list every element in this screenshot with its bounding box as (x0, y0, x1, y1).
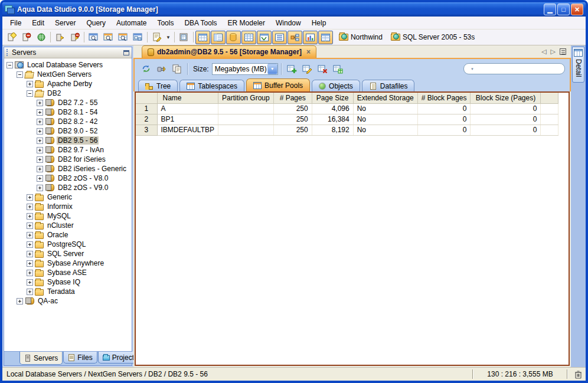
scroll-tabs-right-icon[interactable]: ▷ (551, 48, 556, 55)
subtab-datafiles[interactable]: Datafiles (362, 80, 415, 91)
edit-bufferpool-button[interactable] (300, 62, 315, 76)
unregister-server-button[interactable] (19, 31, 34, 44)
table-data-button[interactable] (34, 31, 48, 44)
expand-icon[interactable] (37, 138, 43, 144)
column-header-pages[interactable]: # Pages (273, 93, 312, 103)
cell-block-size[interactable]: 0 (471, 114, 541, 125)
expand-icon[interactable] (27, 81, 33, 87)
cell-page-size[interactable]: 4,096 (312, 103, 353, 114)
tree-item-generic[interactable]: Generic (5, 192, 132, 202)
cell-name[interactable]: IBMDEFAULTBP (157, 125, 218, 135)
cell-block-pages[interactable]: 0 (417, 114, 471, 125)
pivot-view-toggle[interactable] (257, 31, 272, 44)
menu-dba-tools[interactable]: DBA Tools (179, 18, 222, 28)
expand-icon[interactable] (27, 241, 33, 248)
summary-view-toggle[interactable] (318, 31, 333, 44)
expand-icon[interactable] (27, 251, 33, 257)
menu-window[interactable]: Window (270, 18, 306, 28)
open-script-button[interactable] (149, 31, 164, 44)
column-header-extended-storage[interactable]: Extended Storage (353, 93, 417, 103)
document-tab-close-icon[interactable]: × (305, 48, 311, 56)
grid-view-toggle[interactable] (241, 31, 256, 44)
tree-item-nextgen-servers[interactable]: NextGen Servers (5, 70, 132, 79)
tab-servers[interactable]: Servers (19, 352, 63, 365)
menu-file[interactable]: File (5, 18, 27, 28)
search-box[interactable]: ▼ (463, 63, 565, 74)
expand-icon[interactable] (27, 232, 33, 238)
detail-panel-tab[interactable]: Detail (572, 47, 584, 83)
disconnect-server-button[interactable] (67, 31, 82, 44)
tree-item-db2-82-42[interactable]: DB2 8.2 - 42 (5, 117, 132, 126)
subtab-objects[interactable]: Objects (312, 80, 360, 91)
expand-icon[interactable] (27, 194, 33, 201)
add-bufferpool-button[interactable] (285, 62, 300, 76)
cell-extended-storage[interactable]: No (353, 125, 417, 135)
expand-icon[interactable] (37, 100, 43, 106)
column-header-name[interactable]: Name (157, 93, 218, 103)
connect-server-button[interactable] (53, 31, 67, 44)
expand-icon[interactable] (37, 119, 43, 125)
menu-er-modeler[interactable]: ER Modeler (223, 18, 270, 28)
cell-extended-storage[interactable]: No (353, 114, 417, 125)
query-grid-button[interactable] (116, 31, 130, 44)
expand-icon[interactable] (37, 147, 43, 153)
table-row[interactable]: 3 IBMDEFAULTBP 250 8,192 No 0 0 (136, 125, 558, 135)
tree-item-db2-90-52[interactable]: DB2 9.0 - 52 (5, 126, 132, 136)
menu-tools[interactable]: Tools (152, 18, 179, 28)
expand-icon[interactable] (27, 213, 33, 220)
tree-item-db2-zos-v80[interactable]: DB2 zOS - V8.0 (5, 174, 132, 183)
tree-item-postgresql[interactable]: PostgreSQL (5, 240, 132, 249)
collapse-icon[interactable] (6, 62, 13, 68)
tree-item-local-database-servers[interactable]: Local Database Servers (5, 60, 132, 70)
tab-list-icon[interactable] (560, 48, 566, 55)
tree-item-teradata[interactable]: Teradata (5, 287, 132, 296)
query-browser-button[interactable] (101, 31, 116, 44)
tree-item-sql-server[interactable]: SQL Server (5, 249, 132, 258)
cell-pages[interactable]: 250 (273, 125, 312, 135)
cell-partition-group[interactable] (218, 103, 273, 114)
scroll-tabs-left-icon[interactable]: ◁ (541, 48, 546, 55)
tree-item-db2-for-iseries[interactable]: DB2 for iSeries (5, 155, 132, 164)
cell-page-size[interactable]: 16,384 (312, 114, 353, 125)
cell-partition-group[interactable] (218, 125, 273, 135)
tree-item-db2[interactable]: DB2 (5, 89, 132, 98)
table-row[interactable]: 1 A 250 4,096 No 0 0 (136, 103, 558, 114)
table-view-toggle[interactable] (195, 31, 210, 44)
expand-icon[interactable] (37, 175, 43, 182)
tree-item-qa-ac[interactable]: QA-ac (5, 296, 132, 306)
expand-icon[interactable] (37, 185, 43, 191)
table-row[interactable]: 2 BP1 250 16,384 No 0 0 (136, 114, 558, 125)
query-builder-button[interactable] (130, 31, 145, 44)
collapse-icon[interactable] (17, 71, 23, 78)
tree-item-db2-81-54[interactable]: DB2 8.1 - 54 (5, 107, 132, 117)
list-view-toggle[interactable] (272, 31, 287, 44)
cell-block-size[interactable]: 0 (471, 103, 541, 114)
menu-automate[interactable]: Automate (111, 18, 152, 28)
menu-server[interactable]: Server (50, 18, 81, 28)
expand-icon[interactable] (27, 222, 33, 229)
column-header-page-size[interactable]: Page Size (312, 93, 353, 103)
panel-float-icon[interactable] (123, 50, 129, 55)
tree-item-mysql[interactable]: MySQL (5, 211, 132, 221)
sqlserver-connection-button[interactable]: SQL Server 2005 - 53s (388, 32, 478, 42)
document-tab-storage-manager[interactable]: db2admin@DB2 9.5 - 56 [Storage Manager] … (142, 45, 316, 58)
cell-pages[interactable]: 250 (273, 114, 312, 125)
expand-icon[interactable] (27, 204, 33, 210)
size-select-arrow-icon[interactable]: ▼ (267, 64, 277, 74)
tree-item-db2-97-ivan[interactable]: DB2 9.7 - IvAn (5, 145, 132, 155)
storage-manager-toggle[interactable] (226, 31, 241, 44)
expand-icon[interactable] (37, 128, 43, 135)
expand-icon[interactable] (27, 289, 33, 295)
open-script-dropdown-arrow[interactable]: ▼ (164, 35, 172, 40)
tab-files[interactable]: Files (63, 352, 97, 364)
close-button[interactable]: ✕ (571, 4, 583, 15)
trash-button[interactable] (570, 370, 586, 379)
tree-item-ncluster[interactable]: nCluster (5, 221, 132, 230)
tree-item-informix[interactable]: Informix (5, 202, 132, 211)
column-header-block-size[interactable]: Block Size (Pages) (471, 93, 541, 103)
expand-icon[interactable] (27, 260, 33, 267)
tree-item-db2-zos-v90[interactable]: DB2 zOS - V9.0 (5, 183, 132, 192)
reconnect-button[interactable] (153, 62, 169, 76)
tree-item-db2-iseries-generic[interactable]: DB2 iSeries - Generic (5, 164, 132, 174)
diagram-view-toggle[interactable] (288, 31, 302, 44)
